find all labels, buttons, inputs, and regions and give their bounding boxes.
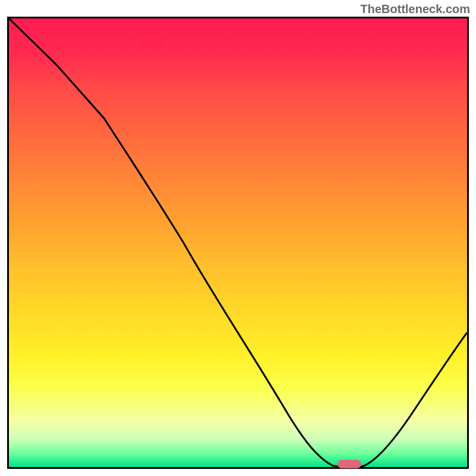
optimal-marker [337,460,361,468]
watermark-text: TheBottleneck.com [361,2,470,16]
bottleneck-curve-path [9,18,467,467]
chart-area [7,17,469,469]
curve-svg [9,18,467,467]
